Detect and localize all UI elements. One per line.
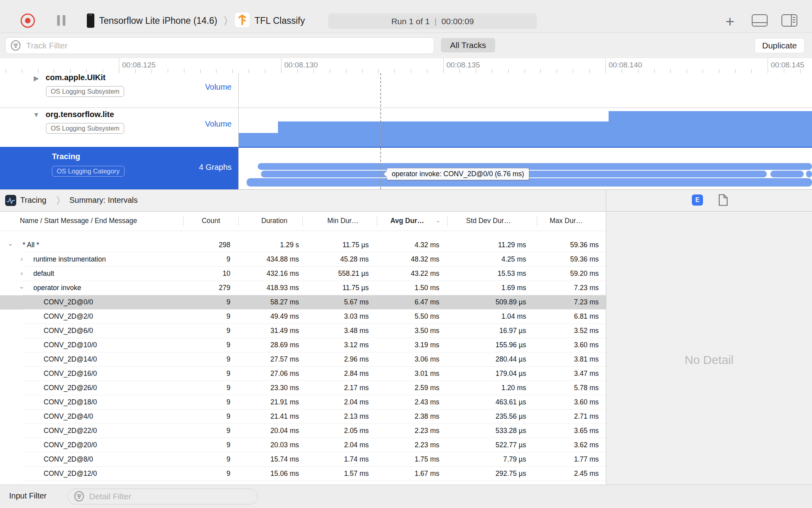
device-name[interactable]: Tensorflow Lite iPhone (14.6) xyxy=(99,15,217,26)
row-name: CONV_2D@20/0 xyxy=(44,441,97,449)
record-button[interactable] xyxy=(21,13,35,28)
row-min: 2.04 ms xyxy=(301,398,369,406)
target-name[interactable]: TFL Classify xyxy=(255,15,305,26)
breadcrumb-page[interactable]: Summary: Intervals xyxy=(69,196,138,205)
interval-bar[interactable] xyxy=(258,163,812,170)
row-max: 3.60 ms xyxy=(531,398,599,406)
row-avg: 3.50 ms xyxy=(372,327,439,335)
sort-chevron-down-icon: › xyxy=(435,221,442,223)
pause-icon[interactable] xyxy=(57,15,60,26)
table-row[interactable]: CONV_2D@14/0927.57 ms2.96 ms3.06 ms280.4… xyxy=(0,352,606,367)
table-row[interactable]: CONV_2D@20/0920.03 ms2.04 ms2.23 ms522.7… xyxy=(0,438,606,452)
column-header-name[interactable]: Name / Start Message / End Message xyxy=(20,217,137,225)
row-duration: 1.29 s xyxy=(232,241,299,249)
tree-chevron-right-icon[interactable]: › xyxy=(21,256,23,263)
row-name: CONV_2D@14/0 xyxy=(44,355,97,364)
all-tracks-button[interactable]: All Tracks xyxy=(441,38,495,52)
disclosure-collapsed-icon[interactable]: ▶ xyxy=(34,74,39,83)
row-avg: 3.01 ms xyxy=(372,369,439,378)
track-area: ▶ com.apple.UIKit OS Logging Subsystem V… xyxy=(0,73,812,189)
add-instrument-button[interactable]: + xyxy=(726,14,734,29)
toggle-right-panel-icon[interactable] xyxy=(781,14,797,27)
row-count: 9 xyxy=(163,427,230,435)
table-row[interactable]: CONV_2D@12/0915.06 ms1.57 ms1.67 ms292.7… xyxy=(0,467,606,481)
table-row-selected[interactable]: CONV_2D@0/0958.27 ms5.67 ms6.47 ms509.89… xyxy=(0,295,606,310)
track-header-uikit[interactable]: ▶ com.apple.UIKit OS Logging Subsystem V… xyxy=(0,73,238,108)
row-count: 10 xyxy=(163,269,230,278)
table-row[interactable]: CONV_2D@10/0928.69 ms3.12 ms3.19 ms155.9… xyxy=(0,338,606,352)
pause-icon[interactable] xyxy=(63,15,65,26)
interval-bar[interactable] xyxy=(806,171,812,177)
ruler-minor-tick xyxy=(654,69,655,73)
row-std: 1.69 ms xyxy=(459,284,526,292)
tree-chevron-right-icon[interactable]: › xyxy=(21,270,23,277)
tree-chevron-down-icon[interactable]: › xyxy=(18,287,25,289)
table-row[interactable]: CONV_2D@8/0915.74 ms1.74 ms1.75 ms7.79 µ… xyxy=(0,452,606,467)
tensorflow-volume-graph[interactable] xyxy=(239,108,812,147)
table-row[interactable]: CONV_2D@4/0921.41 ms2.13 ms2.38 ms235.56… xyxy=(0,410,606,424)
row-avg: 1.50 ms xyxy=(372,284,439,292)
ruler-minor-tick xyxy=(281,69,282,73)
track-meta-graphs[interactable]: 4 Graphs xyxy=(160,163,232,172)
table-row[interactable]: ›operator invoke279418.93 ms11.75 µs1.50… xyxy=(0,281,606,295)
table-row[interactable]: CONV_2D@26/0923.30 ms2.17 ms2.59 ms1.20 … xyxy=(0,381,606,395)
track-meta-volume[interactable]: Volume xyxy=(160,83,232,92)
extended-detail-tab[interactable]: E xyxy=(692,194,703,206)
tree-chevron-down-icon[interactable]: › xyxy=(7,244,14,246)
duplicate-button[interactable]: Duplicate xyxy=(755,38,804,53)
sidebar-graph-divider[interactable] xyxy=(238,73,239,189)
column-header-stddev[interactable]: Std Dev Dur… xyxy=(453,217,524,225)
row-duration: 28.69 ms xyxy=(232,341,299,349)
playhead-dashed-line[interactable] xyxy=(380,73,381,189)
run-label: Run 1 of 1 xyxy=(391,17,430,26)
table-row[interactable]: ›runtime instrumentation9434.88 ms45.28 … xyxy=(0,252,606,267)
detail-panel-divider[interactable] xyxy=(606,189,606,485)
table-row[interactable]: ›default10432.16 ms558.21 µs43.22 ms15.5… xyxy=(0,267,606,281)
ruler-minor-tick xyxy=(573,69,573,73)
row-min: 11.75 µs xyxy=(301,241,369,249)
ruler-minor-tick xyxy=(784,69,784,73)
row-name: CONV_2D@8/0 xyxy=(44,455,93,464)
toggle-bottom-panel-icon[interactable] xyxy=(752,14,768,27)
input-filter-label[interactable]: Input Filter xyxy=(9,491,46,500)
table-row[interactable]: CONV_2D@22/0920.04 ms2.05 ms2.23 ms533.2… xyxy=(0,424,606,438)
ruler-minor-tick xyxy=(605,69,606,73)
ruler-minor-tick xyxy=(54,69,54,73)
row-std: 15.53 ms xyxy=(459,269,526,278)
table-row[interactable]: CONV_2D@2/0949.49 ms3.03 ms5.50 ms1.04 m… xyxy=(0,310,606,324)
breadcrumb-root[interactable]: Tracing xyxy=(20,196,46,205)
row-duration: 21.41 ms xyxy=(232,412,299,421)
track-header-tensorflow[interactable]: ▼ org.tensorflow.lite OS Logging Subsyst… xyxy=(0,108,238,147)
column-header-max[interactable]: Max Dur… xyxy=(530,217,602,225)
column-header-count[interactable]: Count xyxy=(175,217,247,225)
time-ruler[interactable]: 00:08.12500:08.13000:08.13500:08.14000:0… xyxy=(0,58,812,73)
row-avg: 2.23 ms xyxy=(372,427,439,435)
row-max: 5.78 ms xyxy=(531,384,599,392)
row-count: 9 xyxy=(163,327,230,335)
row-std: 7.79 µs xyxy=(459,455,526,464)
row-duration: 49.49 ms xyxy=(232,312,299,321)
column-header-avg-sorted[interactable]: Avg Dur… xyxy=(372,217,443,225)
document-icon[interactable] xyxy=(718,194,728,206)
column-header-duration[interactable]: Duration xyxy=(239,217,310,225)
row-count: 9 xyxy=(163,298,230,306)
table-row[interactable]: CONV_2D@16/0927.06 ms2.84 ms3.01 ms179.0… xyxy=(0,367,606,381)
row-min: 558.21 µs xyxy=(301,269,369,278)
table-row[interactable]: CONV_2D@6/0931.49 ms3.48 ms3.50 ms16.97 … xyxy=(0,324,606,338)
disclosure-expanded-icon[interactable]: ▼ xyxy=(33,111,40,119)
column-header-min[interactable]: Min Dur… xyxy=(307,217,379,225)
track-header-tracing-selected[interactable]: Tracing OS Logging Category 4 Graphs xyxy=(0,147,238,189)
track-meta-volume[interactable]: Volume xyxy=(160,119,232,129)
ruler-minor-tick xyxy=(378,69,379,73)
ruler-minor-tick xyxy=(151,69,152,73)
interval-bar[interactable] xyxy=(247,178,812,187)
ruler-minor-tick xyxy=(768,69,768,73)
detail-filter-input[interactable]: Detail Filter xyxy=(67,489,258,504)
run-separator: | xyxy=(435,17,437,26)
table-row[interactable]: CONV_2D@18/0921.91 ms2.04 ms2.43 ms463.6… xyxy=(0,395,606,410)
track-filter-input[interactable]: Track Filter xyxy=(5,37,434,54)
interval-bar[interactable] xyxy=(770,171,804,177)
table-row[interactable]: ›* All *2981.29 s11.75 µs4.32 ms11.29 ms… xyxy=(0,238,606,252)
ruler-minor-tick xyxy=(670,69,671,73)
ruler-minor-tick xyxy=(703,69,703,73)
